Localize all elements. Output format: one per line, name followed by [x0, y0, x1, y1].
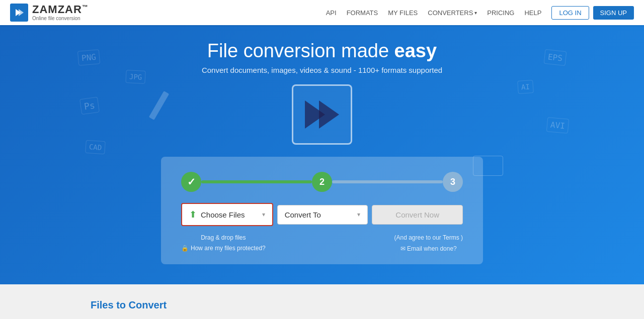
brand-name: ZAMZAR™	[32, 4, 89, 15]
terms-link[interactable]: Terms	[443, 234, 459, 241]
nav-my-files[interactable]: MY FILES	[388, 9, 418, 17]
converter-panel: ✓ 2 3 ⬆ Choose Files ▾ Convert To ▾	[161, 157, 483, 264]
hero-logo-box	[292, 84, 352, 145]
steps-row: ✓ 2 3	[181, 172, 463, 192]
protect-row: 🔒 How are my files protected?	[181, 243, 266, 252]
choose-files-button[interactable]: ⬆ Choose Files ▾	[181, 203, 273, 226]
brand: ZAMZAR™ Online file conversion	[10, 4, 89, 22]
bg-icon-avi: AVI	[546, 117, 569, 134]
signup-button[interactable]: SIGN UP	[593, 6, 634, 20]
files-title: Files to Convert	[91, 299, 553, 311]
nav-api[interactable]: API	[326, 9, 337, 17]
hero-subtitle: Convert documents, images, videos & soun…	[202, 66, 442, 74]
step-3: 3	[443, 172, 463, 192]
protect-link[interactable]: 🔒 How are my files protected?	[181, 245, 266, 252]
actions-row: ⬆ Choose Files ▾ Convert To ▾ Convert No…	[181, 203, 463, 226]
convert-now-button[interactable]: Convert Now	[372, 205, 463, 225]
chevron-down-icon: ▾	[262, 211, 265, 218]
bg-icon-ps: Ps	[79, 97, 100, 115]
navbar-links: API FORMATS MY FILES CONVERTERS ▾ PRICIN…	[326, 6, 634, 20]
deco-pencil	[149, 91, 169, 120]
play-arrows-icon	[305, 100, 339, 129]
files-section: Files to Convert FILE NAME FILE SIZE PRO…	[0, 284, 644, 319]
nav-pricing[interactable]: PRICING	[487, 9, 514, 17]
bg-icon-cad: CAD	[85, 140, 106, 155]
nav-converters[interactable]: CONVERTERS ▾	[428, 9, 477, 17]
step-line-1	[201, 180, 312, 183]
nav-help[interactable]: HELP	[524, 9, 541, 17]
navbar: ZAMZAR™ Online file conversion API FORMA…	[0, 0, 644, 25]
bg-icon-eps: EPS	[544, 49, 567, 66]
step-1: ✓	[181, 172, 201, 192]
chevron-down-icon: ▾	[357, 211, 360, 218]
svg-marker-1	[19, 9, 24, 16]
chevron-down-icon: ▾	[474, 10, 477, 16]
drag-drop-text: Drag & drop files	[181, 234, 266, 241]
brand-tagline: Online file conversion	[32, 16, 89, 21]
hero-section: PNG JPG Ps CAD EPS AI AVI File conversio…	[0, 25, 644, 284]
brand-logo	[10, 4, 28, 22]
bg-icon-ai: AI	[517, 80, 534, 94]
hero-title: File conversion made easy	[207, 40, 437, 62]
nav-auth: LOG IN SIGN UP	[551, 6, 634, 20]
step-2: 2	[312, 172, 332, 192]
login-button[interactable]: LOG IN	[551, 6, 589, 20]
nav-formats[interactable]: FORMATS	[347, 9, 378, 17]
bg-icon-jpg: JPG	[125, 70, 146, 84]
bg-icon-png: PNG	[77, 49, 100, 66]
convert-now-info: (And agree to our Terms )	[394, 234, 463, 241]
email-when-done[interactable]: ✉ Email when done?	[394, 245, 463, 252]
convert-to-button[interactable]: Convert To ▾	[277, 205, 368, 225]
lock-icon: 🔒	[181, 245, 189, 252]
brand-text: ZAMZAR™ Online file conversion	[32, 4, 89, 21]
step-line-2	[332, 180, 443, 183]
upload-icon: ⬆	[189, 209, 197, 220]
